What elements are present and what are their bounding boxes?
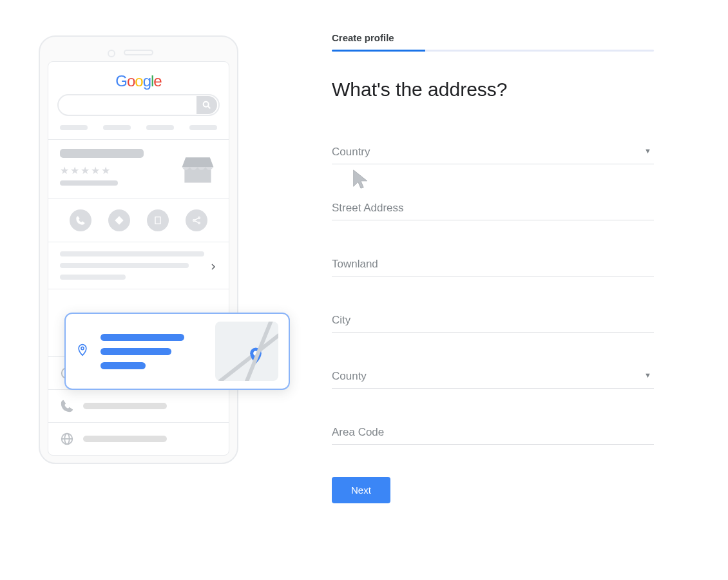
- svg-rect-2: [184, 167, 211, 182]
- step-label: Create profile: [332, 32, 654, 43]
- star-rating-icon: ★★★★★: [60, 164, 144, 177]
- country-field-label: Country: [332, 146, 370, 158]
- svg-line-1: [208, 106, 210, 108]
- svg-point-0: [204, 102, 209, 107]
- call-icon: [60, 399, 74, 413]
- next-button[interactable]: Next: [332, 477, 390, 503]
- save-icon: [147, 209, 169, 231]
- progress-fill: [332, 50, 425, 52]
- svg-point-14: [81, 347, 84, 349]
- cursor-icon: [350, 165, 372, 196]
- map-thumbnail: [215, 322, 278, 381]
- phone-row: [57, 390, 220, 422]
- street-field-label: Street Address: [332, 202, 404, 214]
- svg-marker-3: [182, 157, 214, 167]
- svg-point-7: [198, 222, 200, 224]
- description-block: [57, 242, 220, 289]
- storefront-icon: [178, 149, 217, 192]
- globe-icon: [60, 432, 74, 446]
- chevron-right-icon: [209, 262, 217, 273]
- search-tabs: [57, 125, 220, 130]
- svg-point-6: [198, 217, 200, 219]
- map-pin-icon: [246, 343, 265, 371]
- google-logo: Google: [57, 72, 220, 90]
- direction-icon: [108, 209, 130, 231]
- svg-point-15: [253, 351, 258, 356]
- pin-icon: [76, 342, 89, 360]
- share-icon: [186, 209, 207, 231]
- townland-field-label: Townland: [332, 258, 378, 270]
- svg-rect-4: [155, 217, 160, 224]
- areacode-field[interactable]: Area Code: [332, 426, 654, 445]
- phone-icon: [70, 209, 91, 231]
- search-icon: [196, 96, 217, 114]
- page-title: What's the address?: [332, 79, 654, 101]
- county-field-label: County: [332, 370, 367, 382]
- street-field[interactable]: Street Address: [332, 202, 654, 220]
- action-buttons-row: [57, 199, 220, 242]
- search-result-card: Google ★★★★★: [48, 61, 229, 456]
- website-row: [57, 423, 220, 455]
- county-field[interactable]: County ▼: [332, 370, 654, 389]
- phone-frame: Google ★★★★★: [39, 35, 238, 464]
- progress-bar: [332, 50, 654, 52]
- svg-line-9: [195, 221, 198, 223]
- areacode-field-label: Area Code: [332, 426, 384, 438]
- city-field[interactable]: City: [332, 314, 654, 333]
- address-highlight-card: [64, 313, 290, 390]
- country-field[interactable]: Country ▼: [332, 146, 654, 164]
- phone-illustration: Google ★★★★★: [39, 35, 238, 464]
- form-section: Create profile What's the address? Count…: [332, 32, 654, 503]
- city-field-label: City: [332, 314, 350, 326]
- search-bar: [57, 94, 220, 116]
- dropdown-icon: ▼: [644, 371, 651, 379]
- townland-field[interactable]: Townland: [332, 258, 654, 276]
- business-header: ★★★★★: [57, 140, 220, 198]
- dropdown-icon: ▼: [644, 147, 651, 155]
- svg-line-8: [195, 218, 198, 220]
- svg-point-5: [193, 220, 195, 222]
